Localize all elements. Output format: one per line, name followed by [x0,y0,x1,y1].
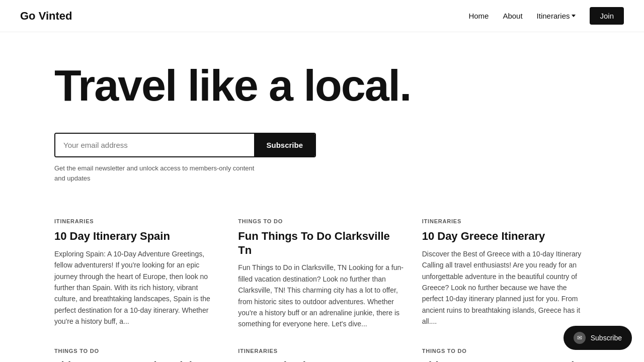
card-item[interactable]: Itineraries7 Day Italy ItineraryA Memora… [238,348,406,362]
nav-link-home[interactable]: Home [468,12,489,20]
cards-section: Itineraries10 Day Itinerary SpainExplori… [0,208,644,362]
card-item[interactable]: Things to doThings To Do In Cocoa Beach … [422,348,590,362]
card-item[interactable]: Itineraries10 Day Greece ItineraryDiscov… [422,218,590,329]
card-tag: Things to do [54,348,222,354]
mail-icon: ✉ [577,334,582,341]
card-title: Fun Things To Do Clarksville Tn [238,229,406,257]
card-title: 10 Day Itinerary Spain [54,229,222,243]
itineraries-label: Itineraries [537,12,570,20]
subscribe-button[interactable]: Subscribe [254,134,315,156]
card-title: Things To Do In Foley Alabama [54,359,222,362]
chevron-down-icon [572,15,576,17]
subscribe-toast[interactable]: ✉ Subscribe [564,326,632,350]
join-button[interactable]: Join [590,7,624,25]
hero-title: Travel like a local. [54,62,467,109]
hero-section: Travel like a local. Subscribe Get the e… [0,32,644,208]
card-excerpt: Discover the Best of Greece with a 10-da… [422,248,590,327]
email-form: Subscribe [54,133,316,157]
nav-links: Home About Itineraries Join [468,7,624,25]
card-item[interactable]: Things to doFun Things To Do Clarksville… [238,218,406,329]
card-item[interactable]: Itineraries10 Day Itinerary SpainExplori… [54,218,222,329]
card-title: 10 Day Greece Itinerary [422,229,590,243]
card-title: Things To Do In Cocoa Beach Fl [422,359,590,362]
toast-label: Subscribe [591,334,622,342]
nav-link-itineraries[interactable]: Itineraries [537,12,576,20]
email-input[interactable] [55,134,254,156]
card-tag: Itineraries [422,218,590,224]
card-excerpt: Fun Things to Do in Clarksville, TN Look… [238,262,406,329]
card-tag: Things to do [422,348,590,354]
card-item[interactable]: Things to doThings To Do In Foley Alabam… [54,348,222,362]
cards-grid: Itineraries10 Day Itinerary SpainExplori… [54,218,590,362]
card-tag: Itineraries [238,348,406,354]
site-logo[interactable]: Go Vinted [20,10,72,23]
toast-icon: ✉ [574,332,586,344]
nav-link-about[interactable]: About [503,12,522,20]
main-nav: Go Vinted Home About Itineraries Join [0,0,644,32]
card-excerpt: Exploring Spain: A 10-Day Adventure Gree… [54,248,222,327]
card-tag: Things to do [238,218,406,224]
card-tag: Itineraries [54,218,222,224]
card-title: 7 Day Italy Itinerary [238,359,406,362]
email-desc: Get the email newsletter and unlock acce… [54,163,256,183]
